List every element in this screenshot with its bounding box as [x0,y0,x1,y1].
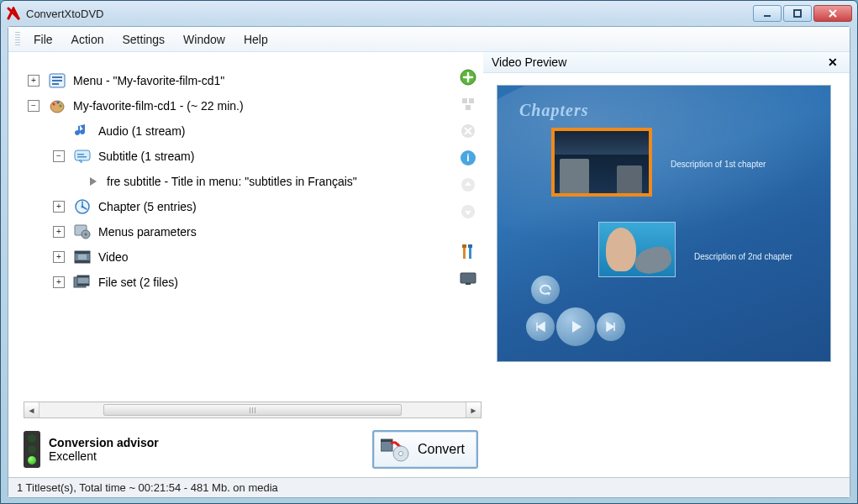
maximize-button[interactable] [783,5,812,22]
svg-rect-11 [77,154,84,155]
svg-point-7 [53,103,55,106]
expand-spacer [53,125,65,137]
menu-settings[interactable]: Settings [113,29,173,50]
dvd-preview: Chapters Description of 1st chapter Desc… [497,85,831,362]
preview-body: Chapters Description of 1st chapter Desc… [483,73,850,477]
status-text: 1 Titleset(s), Total time ~ 00:21:54 - 4… [17,481,278,494]
svg-rect-3 [52,76,62,78]
advisor-status: Excellent [49,449,364,463]
client-area: File Action Settings Window Help + Menu … [8,26,850,498]
svg-rect-38 [468,244,472,248]
traffic-light-icon [24,431,40,468]
tree-row-titleset[interactable]: − My-favorite-film-cd1 - (~ 22 min.) [24,93,452,118]
svg-point-9 [60,105,62,108]
tree-wrap: + Menu - "My-favorite-film-cd1" − My-fav… [24,64,483,395]
scroll-left-button[interactable]: ◄ [24,402,39,417]
menu-action[interactable]: Action [63,29,113,50]
svg-text:i: i [466,152,469,164]
menubar: File Action Settings Window Help [8,27,850,52]
convert-button[interactable]: Convert [372,430,478,469]
tree-row-subtitle-child[interactable]: fre subtitle - Title in menu: "subtitles… [24,169,452,194]
palette-icon [48,97,66,115]
tree-row-menu[interactable]: + Menu - "My-favorite-film-cd1" [24,68,452,93]
right-pane: Video Preview ✕ Chapters Description of … [483,52,850,477]
preview-close-button[interactable]: ✕ [824,55,841,69]
svg-rect-12 [77,156,87,158]
titlebar: ConvertXtoDVD [1,1,857,26]
tree-row-audio[interactable]: Audio (1 stream) [24,118,452,144]
fileset-icon [73,273,92,291]
menu-window[interactable]: Window [175,29,234,50]
tree-row-menus-params[interactable]: + Menus parameters [24,219,452,244]
svg-point-44 [398,452,403,456]
scroll-thumb[interactable] [103,404,402,416]
tree-row-chapter[interactable]: + Chapter (5 entries) [24,194,452,219]
chapter-icon [73,197,92,216]
merge-button [458,94,478,114]
video-icon [73,248,92,266]
subtitle-icon [73,147,92,165]
minimize-button[interactable] [753,5,782,22]
expand-icon[interactable]: + [28,75,39,87]
expand-icon[interactable]: + [53,201,65,213]
preview-toggle-button[interactable] [458,269,478,289]
window-controls [753,5,852,22]
convert-icon [381,437,409,462]
add-button[interactable] [458,67,478,87]
menu-help[interactable]: Help [235,29,276,50]
move-up-button [458,175,478,195]
source-tree: + Menu - "My-favorite-film-cd1" − My-fav… [24,64,453,395]
svg-rect-40 [466,283,471,285]
scroll-right-button[interactable]: ► [466,402,481,417]
preview-back-button[interactable] [531,276,560,304]
info-button[interactable]: i [458,148,478,168]
menubar-grip [15,32,20,47]
svg-rect-27 [462,98,467,103]
scroll-track[interactable] [39,404,466,416]
preview-next-button[interactable] [597,312,625,341]
audio-icon [73,122,92,140]
svg-rect-1 [794,10,801,17]
svg-point-14 [82,206,84,208]
convert-label: Convert [418,442,465,457]
svg-rect-37 [462,244,466,248]
app-icon [6,6,21,21]
svg-rect-0 [764,15,771,17]
tree-label: Video [98,250,129,264]
remove-button [458,121,478,141]
app-window: ConvertXtoDVD File Action Settings Windo… [0,0,858,504]
left-pane: + Menu - "My-favorite-film-cd1" − My-fav… [8,52,483,477]
chapter-1-label: Description of 1st chapter [671,160,766,169]
close-button[interactable] [813,5,852,22]
expand-icon[interactable]: + [53,251,65,263]
tools-button[interactable] [458,242,478,262]
move-down-button [458,202,478,222]
preview-prev-button[interactable] [526,312,555,341]
chapter-1-thumbnail[interactable] [551,128,652,197]
play-icon [87,172,100,191]
collapse-icon[interactable]: − [28,100,39,112]
svg-rect-4 [52,80,62,81]
menu-file[interactable]: File [25,29,61,50]
tree-row-subtitle[interactable]: − Subtitle (1 stream) [24,144,452,169]
preview-play-button[interactable] [556,307,595,346]
tree-row-video[interactable]: + Video [24,244,452,270]
svg-rect-29 [466,105,471,110]
tree-row-fileset[interactable]: + File set (2 files) [24,270,452,295]
svg-rect-28 [469,98,474,103]
window-title: ConvertXtoDVD [26,8,753,20]
menu-icon [48,71,66,90]
source-toolbar: i [453,64,483,395]
statusbar: 1 Titleset(s), Total time ~ 00:21:54 - 4… [8,477,850,497]
svg-rect-20 [75,260,90,263]
hscrollbar[interactable]: ◄ ► [24,402,482,418]
settings-icon [73,223,92,241]
chapter-2-thumbnail[interactable] [598,222,676,277]
svg-rect-21 [78,255,87,260]
collapse-icon[interactable]: − [53,150,65,162]
expand-icon[interactable]: + [53,276,65,288]
expand-icon[interactable]: + [53,226,65,238]
svg-rect-24 [77,276,89,278]
svg-rect-39 [461,273,476,283]
svg-rect-25 [77,284,89,286]
